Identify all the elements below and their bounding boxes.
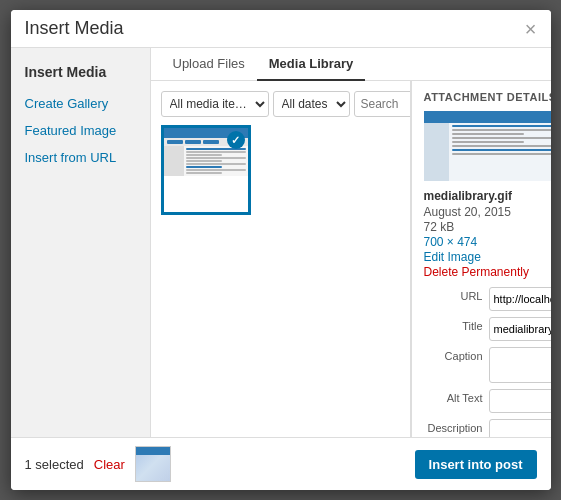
preview-main <box>449 123 551 181</box>
sidebar-item-featured-image[interactable]: Featured Image <box>11 117 150 144</box>
alt-text-input[interactable] <box>489 389 551 413</box>
caption-field-row: Caption <box>424 347 551 383</box>
footer-left: 1 selected Clear <box>25 446 171 482</box>
description-field-row: Description <box>424 419 551 437</box>
att-line <box>452 133 524 135</box>
thumb-line <box>186 163 246 165</box>
close-button[interactable]: × <box>525 19 537 39</box>
thumb-line <box>186 166 222 168</box>
preview-body <box>424 123 551 181</box>
attachment-date: August 20, 2015 <box>424 205 551 219</box>
thumb-line <box>186 172 222 174</box>
sidebar-item-create-gallery[interactable]: Create Gallery <box>11 90 150 117</box>
filter-bar: All media ite… All dates <box>161 91 400 117</box>
title-field-row: Title <box>424 317 551 341</box>
caption-label: Caption <box>424 347 489 362</box>
delete-image-link[interactable]: Delete Permanently <box>424 265 551 279</box>
thumb-line <box>186 160 222 162</box>
attachment-details-title: ATTACHMENT DETAILS <box>424 91 551 103</box>
thumb-nav-item <box>203 140 219 144</box>
alt-text-label: Alt Text <box>424 389 489 404</box>
modal-title: Insert Media <box>25 18 124 39</box>
tab-upload-files[interactable]: Upload Files <box>161 48 257 81</box>
attachment-fields: URL Title Caption <box>424 287 551 437</box>
att-line <box>452 129 551 131</box>
title-label: Title <box>424 317 489 332</box>
thumb-sidebar <box>164 146 184 176</box>
footer-thumb-header <box>136 447 170 455</box>
tab-media-library[interactable]: Media Library <box>257 48 366 81</box>
footer-thumb-inner <box>136 447 170 481</box>
description-textarea[interactable] <box>489 419 551 437</box>
modal-header: Insert Media × <box>11 10 551 48</box>
main-content: Upload Files Media Library All media ite… <box>151 48 551 437</box>
url-field-row: URL <box>424 287 551 311</box>
thumb-line <box>186 151 246 153</box>
attachment-size: 72 kB <box>424 220 551 234</box>
selected-count: 1 selected <box>25 457 84 472</box>
att-line <box>452 125 551 127</box>
attachment-details-panel: ATTACHMENT DETAILS <box>411 81 551 437</box>
thumb-line <box>186 169 246 171</box>
thumb-nav-item <box>185 140 201 144</box>
sidebar-title: Insert Media <box>11 58 150 90</box>
media-area: All media ite… All dates <box>151 81 551 437</box>
date-filter[interactable]: All dates <box>273 91 350 117</box>
media-list: All media ite… All dates <box>151 81 411 437</box>
media-grid: ✓ <box>161 125 400 215</box>
att-line <box>452 145 551 147</box>
url-label: URL <box>424 287 489 302</box>
clear-selection-link[interactable]: Clear <box>94 457 125 472</box>
url-input[interactable] <box>489 287 551 311</box>
modal: Insert Media × Insert Media Create Galle… <box>11 10 551 490</box>
insert-into-post-button[interactable]: Insert into post <box>415 450 537 479</box>
thumb-body <box>164 146 248 176</box>
edit-image-link[interactable]: Edit Image <box>424 250 551 264</box>
att-line <box>452 153 551 155</box>
thumb-main <box>184 146 248 176</box>
att-line <box>452 137 551 139</box>
attachment-filename: medialibrary.gif <box>424 189 551 203</box>
media-type-filter[interactable]: All media ite… <box>161 91 269 117</box>
footer-thumbnail <box>135 446 171 482</box>
thumb-line <box>186 154 222 156</box>
modal-body: Insert Media Create Gallery Featured Ima… <box>11 48 551 437</box>
preview-inner <box>424 111 551 181</box>
sidebar: Insert Media Create Gallery Featured Ima… <box>11 48 151 437</box>
caption-textarea[interactable] <box>489 347 551 383</box>
attachment-dimensions[interactable]: 700 × 474 <box>424 235 551 249</box>
att-line <box>452 149 551 151</box>
sidebar-item-insert-from-url[interactable]: Insert from URL <box>11 144 150 171</box>
alt-text-field-row: Alt Text <box>424 389 551 413</box>
preview-sidebar <box>424 123 449 181</box>
description-label: Description <box>424 419 489 434</box>
modal-footer: 1 selected Clear Insert into post <box>11 437 551 490</box>
att-line <box>452 141 524 143</box>
title-input[interactable] <box>489 317 551 341</box>
thumb-nav-item <box>167 140 183 144</box>
thumb-line <box>186 157 246 159</box>
tab-bar: Upload Files Media Library <box>151 48 551 81</box>
attachment-preview <box>424 111 551 181</box>
selected-checkmark: ✓ <box>227 131 245 149</box>
modal-overlay: Insert Media × Insert Media Create Galle… <box>0 0 561 500</box>
preview-header <box>424 111 551 123</box>
media-thumbnail[interactable]: ✓ <box>161 125 251 215</box>
search-input[interactable] <box>354 91 411 117</box>
